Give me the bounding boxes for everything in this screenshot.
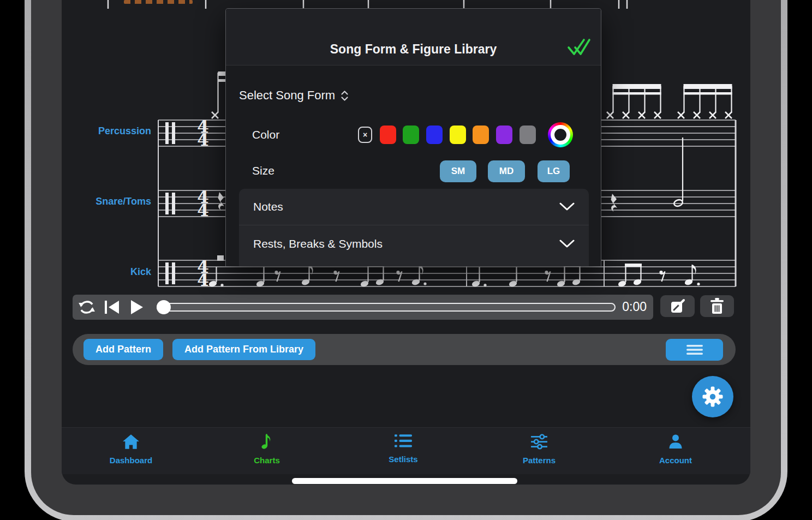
- color-swatch-blue[interactable]: [426, 125, 443, 144]
- ipad-device: 4 4 4 4 4 4: [0, 0, 812, 520]
- edit-button[interactable]: [660, 295, 695, 317]
- chevron-up-down-icon: [341, 90, 349, 101]
- color-swatch-clear[interactable]: ×: [358, 127, 372, 143]
- list-icon: [395, 433, 412, 449]
- size-large-button[interactable]: LG: [538, 160, 570, 182]
- color-swatch-yellow[interactable]: [450, 125, 466, 144]
- section-notes[interactable]: Notes: [239, 189, 589, 225]
- confirm-double-checkmark-icon[interactable]: [567, 38, 591, 59]
- tab-label: Setlists: [371, 455, 436, 464]
- chevron-down-icon: [559, 202, 575, 211]
- section-notes-label: Notes: [253, 200, 283, 213]
- settings-fab-button[interactable]: [692, 376, 733, 417]
- color-swatch-orange[interactable]: [473, 125, 489, 144]
- dialog-header: Song Form & Figure Library: [226, 9, 601, 65]
- tab-dashboard[interactable]: Dashboard: [98, 433, 164, 465]
- time-signature-bottom: 4: [197, 130, 209, 150]
- gear-icon: [701, 385, 724, 408]
- color-swatch-gray[interactable]: [520, 125, 536, 144]
- figure-sections-panel: Notes Rests, Breaks & Symbols: [239, 189, 589, 266]
- loop-icon: [77, 298, 96, 316]
- color-swatch-purple[interactable]: [496, 125, 512, 144]
- music-note-icon: [259, 433, 274, 450]
- size-medium-button[interactable]: MD: [488, 160, 525, 182]
- add-pattern-from-library-button[interactable]: Add Pattern From Library: [172, 339, 315, 360]
- color-swatch-red[interactable]: [380, 125, 396, 144]
- add-pattern-button[interactable]: Add Pattern: [83, 339, 163, 360]
- tab-charts[interactable]: Charts: [234, 433, 300, 465]
- tab-setlists[interactable]: Setlists: [371, 433, 436, 464]
- color-swatch-green[interactable]: [403, 125, 419, 144]
- playback-slider[interactable]: [157, 299, 616, 315]
- app-screen: 4 4 4 4 4 4: [62, 0, 750, 485]
- color-label: Color: [252, 128, 279, 141]
- section-rests-label: Rests, Breaks & Symbols: [253, 237, 383, 250]
- hamburger-menu-icon: [686, 345, 703, 355]
- skip-to-start-icon: [104, 300, 121, 314]
- select-song-form-label: Select Song Form: [239, 88, 335, 103]
- time-signature-bottom: 4: [197, 270, 209, 290]
- tab-label: Patterns: [506, 456, 572, 465]
- bottom-tab-bar: Dashboard Charts Setlists: [62, 427, 750, 474]
- song-form-figure-library-dialog: Song Form & Figure Library Select Song F…: [225, 8, 601, 266]
- slider-thumb[interactable]: [157, 300, 171, 314]
- size-label: Size: [252, 164, 274, 177]
- pattern-toolbar: Add Pattern Add Pattern From Library: [73, 334, 736, 365]
- play-button[interactable]: [130, 300, 144, 314]
- person-icon: [667, 433, 684, 450]
- time-signature-bottom: 4: [197, 200, 209, 220]
- staff-label-percussion: Percussion: [62, 125, 151, 137]
- loop-button[interactable]: [77, 298, 96, 316]
- tab-patterns[interactable]: Patterns: [506, 433, 572, 465]
- section-rests-breaks-symbols[interactable]: Rests, Breaks & Symbols: [239, 225, 589, 262]
- trash-icon: [709, 298, 725, 314]
- tab-account[interactable]: Account: [643, 433, 708, 465]
- tab-label: Account: [643, 456, 708, 465]
- home-indicator[interactable]: [292, 478, 517, 484]
- skip-to-start-button[interactable]: [104, 300, 121, 314]
- select-song-form-dropdown[interactable]: Select Song Form: [239, 88, 349, 103]
- dialog-title: Song Form & Figure Library: [226, 42, 601, 57]
- slider-track[interactable]: [157, 303, 616, 312]
- size-small-button[interactable]: SM: [440, 160, 476, 182]
- sliders-icon: [530, 433, 548, 450]
- pattern-menu-button[interactable]: [666, 339, 723, 361]
- home-icon: [122, 433, 140, 450]
- tab-label: Charts: [234, 456, 300, 465]
- staff-label-snare-toms: Snare/Toms: [62, 196, 151, 207]
- delete-button[interactable]: [700, 295, 734, 317]
- staff-label-kick: Kick: [62, 266, 151, 278]
- tab-label: Dashboard: [98, 456, 164, 465]
- color-wheel-picker[interactable]: [548, 122, 573, 147]
- chevron-down-icon: [559, 240, 575, 248]
- transport-bar: 0:00: [73, 295, 653, 320]
- playback-time: 0:00: [622, 300, 647, 314]
- edit-pencil-icon: [670, 298, 686, 314]
- play-icon: [130, 300, 144, 314]
